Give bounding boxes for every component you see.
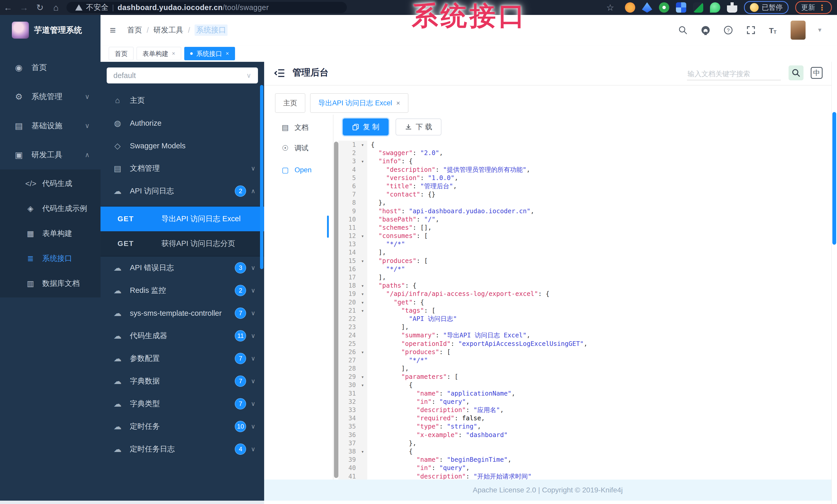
tag-tab-表单构建[interactable]: 表单构建×	[137, 47, 181, 60]
fold-icon[interactable]: ▾	[358, 232, 367, 240]
fold-icon[interactable]: ▾	[358, 306, 367, 315]
swagger-nav-item-Swagger Models[interactable]: ◇Swagger Models	[101, 134, 264, 157]
fullscreen-icon[interactable]	[745, 24, 756, 36]
extension-icon[interactable]	[659, 2, 669, 13]
font-size-icon[interactable]: TT	[768, 24, 779, 36]
fold-icon[interactable]: ▾	[358, 281, 367, 290]
sidebar-subitem-代码生成示例[interactable]: ◈代码生成示例	[0, 196, 101, 221]
swagger-nav-item-API 错误日志[interactable]: ☁API 错误日志3∨	[101, 257, 264, 279]
code-text: "contact": {}	[367, 190, 435, 199]
fold-icon[interactable]: ▾	[358, 290, 367, 298]
close-icon[interactable]: ×	[396, 99, 400, 107]
language-toggle[interactable]: 中	[811, 67, 823, 79]
forward-icon[interactable]: →	[16, 3, 32, 13]
close-icon[interactable]: ×	[226, 50, 229, 57]
chevron-down-icon: ∨	[246, 72, 251, 79]
extension-icon[interactable]	[676, 2, 686, 13]
breadcrumb-item[interactable]: 首页	[127, 25, 142, 35]
sidebar-subitem-代码生成[interactable]: </>代码生成	[0, 171, 101, 196]
page-scrollbar-thumb[interactable]	[832, 112, 836, 245]
fold-gutter	[358, 240, 367, 248]
swagger-nav-item-sys-sms-template-controller[interactable]: ☁sys-sms-template-controller7∨	[101, 302, 264, 324]
swagger-nav-item-定时任务日志[interactable]: ☁定时任务日志4∨	[101, 438, 264, 461]
swagger-nav-item-字典数据[interactable]: ☁字典数据7∨	[101, 370, 264, 392]
rail-item-调试[interactable]: ☉调试	[264, 138, 333, 158]
sidebar-item-系统管理[interactable]: ⚙系统管理∨	[0, 82, 101, 111]
group-select[interactable]: default ∨	[107, 68, 258, 83]
back-icon[interactable]: ←	[0, 3, 16, 13]
page-scrollbar-track[interactable]	[831, 62, 837, 504]
avatar[interactable]	[790, 21, 805, 40]
swagger-nav-item[interactable]: ☁	[101, 497, 264, 501]
extension-icon[interactable]	[625, 2, 635, 13]
sidebar-item-基础设施[interactable]: ▤基础设施∨	[0, 111, 101, 141]
sidebar-subitem-系统接口[interactable]: ≣系统接口	[0, 246, 101, 271]
sidebar-item-首页[interactable]: ◉首页	[0, 53, 101, 82]
swagger-nav-item-代码生成器[interactable]: ☁代码生成器11∨	[101, 324, 264, 347]
doc-tab-导出API 访问日志 Excel[interactable]: 导出API 访问日志 Excel×	[310, 93, 408, 113]
rail-item-Open[interactable]: ▢Open	[264, 160, 333, 180]
swagger-nav-item-Authorize[interactable]: ◍Authorize	[101, 112, 264, 134]
tag-tab-系统接口[interactable]: 系统接口×	[184, 47, 235, 60]
fold-icon[interactable]: ▾	[358, 447, 367, 455]
fold-icon[interactable]: ▾	[358, 381, 367, 389]
chevron-down-icon: ∨	[251, 165, 255, 172]
fold-icon[interactable]: ▾	[358, 373, 367, 381]
brand-row[interactable]: 芋道管理系统	[0, 15, 101, 41]
operation-获得API 访问日志分页[interactable]: GET获得API 访问日志分页	[101, 231, 264, 256]
hamburger-icon[interactable]: ≡	[110, 24, 116, 36]
fold-icon[interactable]: ▾	[358, 298, 367, 306]
github-icon[interactable]	[700, 24, 711, 36]
swagger-nav-item-定时任务[interactable]: ☁定时任务10∨	[101, 415, 264, 438]
fold-icon[interactable]: ▾	[358, 348, 367, 356]
operation-导出API 访问日志 Excel[interactable]: GET导出API 访问日志 Excel	[101, 207, 264, 231]
fold-icon[interactable]: ▾	[358, 141, 367, 149]
bookmark-star-icon[interactable]: ☆	[602, 2, 618, 13]
extension-icon[interactable]	[710, 2, 720, 13]
sidebar-subitem-表单构建[interactable]: ▦表单构建	[0, 221, 101, 246]
menu-dots-icon[interactable]: ⋮	[818, 3, 826, 12]
code-token: ],	[371, 323, 409, 331]
swagger-nav-partial-item[interactable]: ☁	[101, 497, 264, 501]
tag-tab-首页[interactable]: 首页	[109, 47, 133, 60]
copy-button[interactable]: 复 制	[343, 118, 389, 135]
cloud-icon: ☁	[112, 422, 123, 431]
sidebar-subitem-数据库文档[interactable]: ▥数据库文档	[0, 271, 101, 296]
fold-icon[interactable]: ▾	[358, 157, 367, 165]
breadcrumb-item[interactable]: 系统接口	[195, 24, 228, 36]
swagger-nav-item-文档管理[interactable]: ▤文档管理∨	[101, 157, 264, 180]
doc-search-input[interactable]	[687, 68, 781, 80]
help-icon[interactable]: ?	[723, 24, 734, 36]
sidebar-subitem-label: 代码生成示例	[42, 203, 87, 214]
address-bar[interactable]: 不安全 | dashboard.yudao.iocoder.cn/tool/sw…	[67, 2, 347, 13]
fold-icon[interactable]: ▾	[358, 257, 367, 265]
browser-update-pill[interactable]: 更新 ⋮	[795, 1, 832, 14]
code-token: "API 访问日志"	[371, 315, 457, 322]
extension-icon[interactable]	[693, 2, 703, 13]
close-icon[interactable]: ×	[172, 50, 175, 57]
chevron-down-icon: ∨	[251, 446, 255, 453]
swagger-nav-item-Redis 监控[interactable]: ☁Redis 监控2∨	[101, 279, 264, 302]
profile-paused-pill[interactable]: 已暂停	[744, 1, 788, 14]
download-button[interactable]: 下 载	[395, 118, 442, 135]
search-icon[interactable]	[677, 24, 689, 36]
swagger-nav-item-字典类型[interactable]: ☁字典类型7∨	[101, 392, 264, 415]
collapse-menu-icon[interactable]	[274, 68, 285, 80]
code-token: ],	[371, 248, 386, 256]
swagger-nav-item-参数配置[interactable]: ☁参数配置7∨	[101, 347, 264, 370]
breadcrumb-item[interactable]: 研发工具	[153, 25, 183, 35]
doc-search-button[interactable]	[788, 66, 803, 80]
extension-icon[interactable]	[642, 2, 652, 13]
extension-puzzle-icon[interactable]	[727, 2, 737, 13]
rail-item-文档[interactable]: ▤文档	[264, 117, 333, 138]
chevron-down-icon[interactable]: ▼	[817, 27, 823, 34]
sidebar-item-研发工具[interactable]: ▣研发工具∧	[0, 141, 101, 169]
editor-scrollbar-thumb[interactable]	[334, 142, 338, 478]
reload-icon[interactable]: ↻	[32, 2, 48, 13]
code-editor[interactable]: 1▾{2 "swagger": "2.0",3▾ "info": {4 "des…	[334, 141, 831, 480]
home-icon[interactable]: ⌂	[48, 3, 64, 13]
sidebar-scrollbar-thumb[interactable]	[260, 85, 263, 269]
swagger-nav-item-主页[interactable]: ⌂主页	[101, 89, 264, 112]
swagger-nav-item-API 访问日志[interactable]: ☁API 访问日志2∧	[101, 180, 264, 202]
doc-tab-主页[interactable]: 主页	[275, 93, 305, 113]
